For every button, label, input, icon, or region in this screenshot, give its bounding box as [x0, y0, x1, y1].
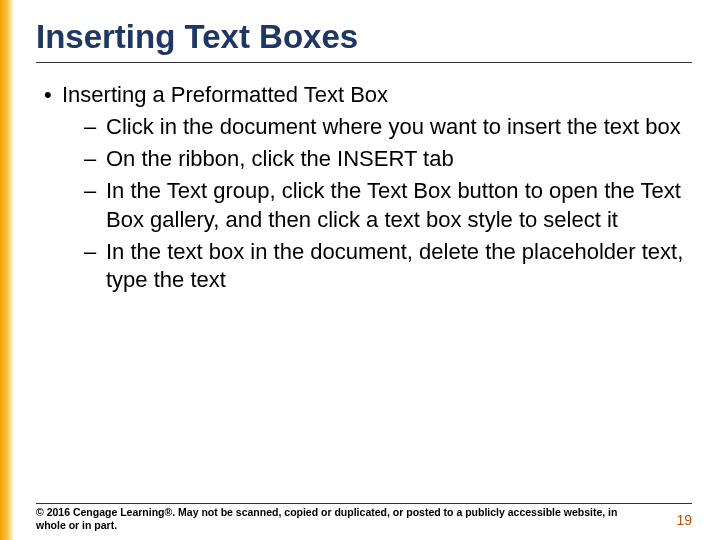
content-area: Inserting a Preformatted Text Box Click … [36, 81, 692, 294]
bullet-level2: On the ribbon, click the INSERT tab [36, 145, 692, 173]
footer: © 2016 Cengage Learning®. May not be sca… [36, 503, 692, 532]
slide-body: Inserting Text Boxes Inserting a Preform… [14, 0, 720, 540]
bullet-level2: In the text box in the document, delete … [36, 238, 692, 294]
footer-rule [36, 503, 692, 504]
bullet-level1: Inserting a Preformatted Text Box [36, 81, 692, 109]
copyright-text: © 2016 Cengage Learning®. May not be sca… [36, 506, 646, 532]
footer-row: © 2016 Cengage Learning®. May not be sca… [36, 506, 692, 532]
bullet-level2: In the Text group, click the Text Box bu… [36, 177, 692, 233]
left-accent-bar [0, 0, 14, 540]
page-number: 19 [676, 506, 692, 528]
title-underline [36, 62, 692, 63]
slide-title: Inserting Text Boxes [36, 18, 692, 56]
bullet-level2: Click in the document where you want to … [36, 113, 692, 141]
